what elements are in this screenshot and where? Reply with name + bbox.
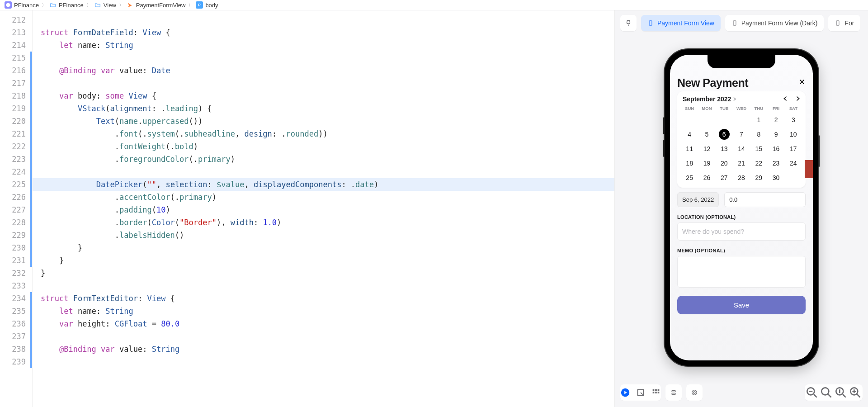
calendar-day[interactable]: 21 [733, 157, 750, 170]
breadcrumb[interactable]: PFinance〉PFinance〉View〉PaymentFormView〉P… [0, 0, 868, 10]
code-line[interactable]: var height: CGFloat = 80.0 [33, 317, 614, 330]
breadcrumb-item[interactable]: PFinance [5, 1, 39, 9]
line-number: 213 [0, 26, 32, 39]
calendar-day[interactable]: 16 [767, 142, 784, 155]
code-line[interactable]: .foregroundColor(.primary) [33, 153, 614, 166]
code-line[interactable]: Text(name.uppercased()) [33, 115, 614, 128]
breadcrumb-item[interactable]: Pbody [196, 1, 218, 9]
code-line[interactable] [33, 279, 614, 292]
calendar-dow: FRI [767, 105, 784, 112]
code-editor[interactable]: 2122132142152162172182192202212222232242… [0, 10, 615, 407]
code-line[interactable]: } [33, 254, 614, 267]
code-line[interactable]: @Binding var value: String [33, 343, 614, 355]
code-line[interactable]: .fontWeight(.bold) [33, 140, 614, 153]
code-line[interactable] [33, 355, 614, 368]
amount-field-value[interactable]: 0.0 [724, 192, 806, 207]
code-line[interactable]: .accentColor(.primary) [33, 191, 614, 204]
calendar-day[interactable]: 20 [716, 157, 733, 170]
location-input[interactable]: Where do you spend? [677, 222, 806, 241]
preview-on-device-button[interactable] [686, 384, 703, 401]
calendar-prev-button[interactable] [783, 95, 788, 103]
calendar-day[interactable]: 1 [750, 114, 767, 126]
pin-button[interactable] [620, 15, 637, 31]
device-preview[interactable]: New Payment September 2022 [665, 49, 818, 366]
code-line[interactable]: .font(.system(.subheadline, design: .rou… [33, 128, 614, 140]
canvas-live-controls[interactable] [620, 384, 661, 401]
breadcrumb-item[interactable]: View [94, 1, 116, 9]
zoom-out-button[interactable] [805, 384, 819, 401]
calendar-month-button[interactable]: September 2022 [683, 95, 736, 103]
preview-tab[interactable]: Payment Form View [641, 15, 721, 31]
calendar-day[interactable]: 13 [716, 142, 733, 155]
date-field-value[interactable]: Sep 6, 2022 [677, 192, 719, 207]
breadcrumb-item[interactable]: PaymentFormView [127, 1, 186, 9]
memo-input[interactable] [677, 256, 806, 288]
code-line[interactable] [33, 330, 614, 343]
line-number: 228 [0, 216, 32, 229]
location-placeholder: Where do you spend? [682, 228, 744, 235]
close-icon[interactable] [798, 78, 806, 88]
breadcrumb-label: PFinance [14, 2, 39, 9]
calendar-next-button[interactable] [796, 95, 800, 103]
code-line[interactable]: var body: some View { [33, 90, 614, 102]
code-line[interactable]: let name: String [33, 305, 614, 317]
date-picker-calendar[interactable]: September 2022 SUNMONTUEWEDTHUFRISAT1234… [677, 91, 806, 188]
zoom-in-button[interactable] [848, 384, 863, 401]
calendar-day[interactable]: 7 [733, 128, 750, 141]
calendar-day[interactable]: 15 [750, 142, 767, 155]
code-line[interactable]: VStack(alignment: .leading) { [33, 102, 614, 115]
calendar-day[interactable]: 14 [733, 142, 750, 155]
calendar-day[interactable]: 23 [767, 157, 784, 170]
calendar-day[interactable]: 2 [767, 114, 784, 126]
zoom-out-icon [805, 385, 819, 400]
code-line[interactable] [33, 14, 614, 26]
calendar-day[interactable]: 28 [733, 171, 750, 184]
code-line[interactable] [33, 52, 614, 64]
preview-tab[interactable]: Payment Form View (Dark) [725, 15, 824, 31]
calendar-day[interactable]: 30 [767, 171, 784, 184]
calendar-day[interactable]: 5 [698, 128, 715, 141]
svg-rect-1 [649, 21, 652, 26]
zoom-fit-button[interactable] [819, 384, 834, 401]
calendar-day[interactable]: 25 [681, 171, 698, 184]
calendar-day[interactable]: 26 [698, 171, 715, 184]
calendar-day[interactable]: 22 [750, 157, 767, 170]
preview-tab[interactable]: For [828, 15, 860, 31]
code-line[interactable]: .border(Color("Border"), width: 1.0) [33, 216, 614, 229]
code-line[interactable] [33, 166, 614, 178]
code-line[interactable]: DatePicker("", selection: $value, displa… [33, 178, 614, 191]
calendar-day[interactable]: 19 [698, 157, 715, 170]
code-line[interactable]: let name: String [33, 39, 614, 52]
preview-tab-label: For [844, 19, 854, 27]
calendar-day[interactable]: 9 [767, 128, 784, 141]
calendar-day[interactable]: 27 [716, 171, 733, 184]
line-number: 212 [0, 14, 32, 26]
code-line[interactable]: struct FormDateField: View { [33, 26, 614, 39]
save-button[interactable]: Save [677, 296, 806, 314]
calendar-day[interactable]: 4 [681, 128, 698, 141]
calendar-day[interactable]: 17 [785, 142, 802, 155]
code-line[interactable]: .padding(10) [33, 204, 614, 216]
calendar-day[interactable]: 3 [785, 114, 802, 126]
code-line[interactable]: } [33, 267, 614, 279]
code-line[interactable]: .labelsHidden() [33, 229, 614, 241]
device-icon [731, 19, 738, 27]
calendar-day[interactable]: 24 [785, 157, 802, 170]
calendar-day[interactable]: 18 [681, 157, 698, 170]
calendar-day[interactable]: 11 [681, 142, 698, 155]
code-line[interactable]: @Binding var value: Date [33, 64, 614, 77]
line-gutter: 2122132142152162172182192202212222232242… [0, 10, 33, 407]
property-icon: P [196, 1, 203, 9]
zoom-controls[interactable] [805, 384, 863, 401]
device-settings-button[interactable] [665, 384, 682, 401]
calendar-day[interactable]: 10 [785, 128, 802, 141]
code-line[interactable] [33, 77, 614, 90]
calendar-day[interactable]: 6 [716, 128, 733, 141]
calendar-day[interactable]: 12 [698, 142, 715, 155]
code-line[interactable]: struct FormTextEditor: View { [33, 292, 614, 305]
calendar-day[interactable]: 29 [750, 171, 767, 184]
code-line[interactable]: } [33, 241, 614, 254]
zoom-actual-button[interactable] [834, 384, 848, 401]
breadcrumb-item[interactable]: PFinance [49, 1, 84, 9]
calendar-day[interactable]: 8 [750, 128, 767, 141]
